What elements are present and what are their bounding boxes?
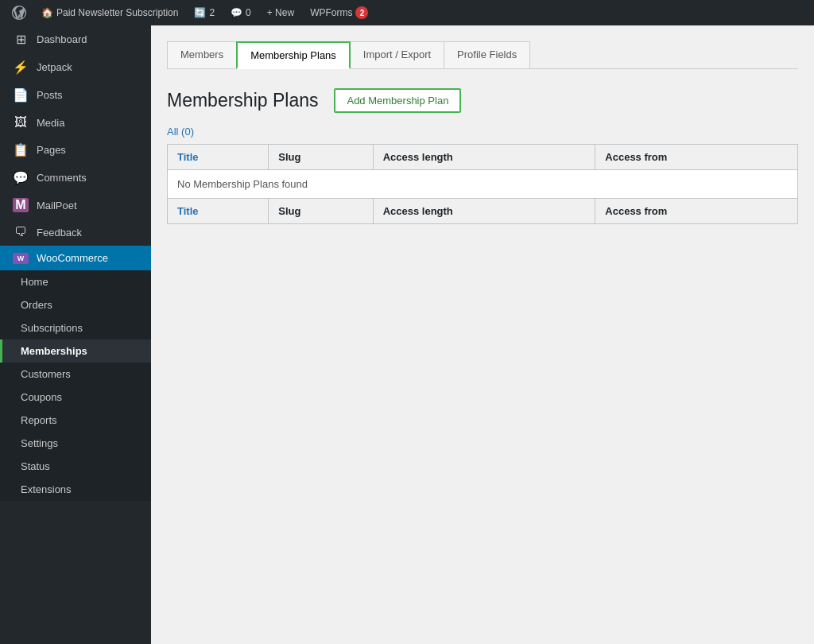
page-title-row: Membership Plans Add Membership Plan [167, 88, 798, 113]
adminbar-wpforms[interactable]: WPForms 2 [304, 0, 374, 25]
woocommerce-icon: W [13, 253, 29, 264]
pages-icon: 📋 [13, 142, 29, 157]
table-empty-row: No Membership Plans found [168, 170, 798, 199]
tab-membership-plans[interactable]: Membership Plans [236, 41, 351, 69]
col-header-access-length: Access length [373, 145, 595, 170]
col-header-access-from: Access from [595, 145, 798, 170]
tab-profile-fields[interactable]: Profile Fields [444, 41, 530, 68]
main-content: Members Membership Plans Import / Export… [151, 25, 814, 644]
sidebar: ⊞ Dashboard ⚡ Jetpack 📄 Posts 🖼 Media 📋 … [0, 25, 151, 644]
tab-import-export[interactable]: Import / Export [350, 41, 444, 68]
sidebar-item-reports[interactable]: Reports [0, 409, 151, 432]
col-footer-slug: Slug [269, 199, 373, 224]
table-header-row: Title Slug Access length Access from [168, 145, 798, 170]
sidebar-item-posts[interactable]: 📄 Posts [0, 81, 151, 109]
adminbar-new[interactable]: + New [261, 0, 300, 25]
adminbar-updates[interactable]: 🔄 2 [188, 0, 221, 25]
table-footer-row: Title Slug Access length Access from [168, 199, 798, 224]
comments-icon: 💬 [13, 170, 29, 185]
sidebar-item-pages[interactable]: 📋 Pages [0, 136, 151, 164]
sidebar-item-coupons[interactable]: Coupons [0, 386, 151, 409]
sidebar-item-jetpack[interactable]: ⚡ Jetpack [0, 53, 151, 81]
filter-all-link[interactable]: All (0) [167, 126, 194, 138]
sidebar-item-feedback[interactable]: 🗨 Feedback [0, 219, 151, 246]
woocommerce-submenu: Home Orders Subscriptions Memberships Cu… [0, 270, 151, 501]
media-icon: 🖼 [13, 115, 29, 130]
sidebar-item-memberships[interactable]: Memberships [0, 339, 151, 363]
mailpoet-icon: M [13, 198, 29, 212]
sidebar-item-woocommerce[interactable]: W WooCommerce [0, 246, 151, 270]
col-header-title[interactable]: Title [168, 145, 269, 170]
sidebar-item-comments[interactable]: 💬 Comments [0, 164, 151, 192]
membership-plans-table: Title Slug Access length Access from No … [167, 144, 798, 224]
filter-row: All (0) [167, 126, 798, 138]
col-footer-access-length: Access length [373, 199, 595, 224]
page-title: Membership Plans [167, 90, 318, 111]
sidebar-item-orders[interactable]: Orders [0, 293, 151, 316]
admin-bar: 🏠 Paid Newsletter Subscription 🔄 2 💬 0 +… [0, 0, 814, 25]
sidebar-item-settings[interactable]: Settings [0, 432, 151, 455]
col-footer-title[interactable]: Title [168, 199, 269, 224]
sidebar-item-customers[interactable]: Customers [0, 363, 151, 386]
sidebar-item-extensions[interactable]: Extensions [0, 478, 151, 501]
sidebar-item-media[interactable]: 🖼 Media [0, 109, 151, 136]
feedback-icon: 🗨 [13, 225, 29, 239]
empty-message: No Membership Plans found [168, 170, 798, 199]
col-footer-access-from: Access from [595, 199, 798, 224]
sidebar-item-home[interactable]: Home [0, 270, 151, 293]
sidebar-item-mailpoet[interactable]: M MailPoet [0, 192, 151, 219]
sidebar-item-subscriptions[interactable]: Subscriptions [0, 316, 151, 339]
wp-logo[interactable] [6, 0, 32, 25]
jetpack-icon: ⚡ [13, 60, 29, 75]
col-header-slug: Slug [269, 145, 373, 170]
tabs-bar: Members Membership Plans Import / Export… [167, 41, 798, 69]
sidebar-item-status[interactable]: Status [0, 455, 151, 478]
tab-members[interactable]: Members [167, 41, 237, 68]
add-membership-plan-button[interactable]: Add Membership Plan [334, 88, 461, 113]
sidebar-item-dashboard[interactable]: ⊞ Dashboard [0, 25, 151, 53]
posts-icon: 📄 [13, 87, 29, 103]
adminbar-comments[interactable]: 💬 0 [224, 0, 258, 25]
adminbar-site-name[interactable]: 🏠 Paid Newsletter Subscription [35, 0, 184, 25]
dashboard-icon: ⊞ [13, 32, 29, 47]
